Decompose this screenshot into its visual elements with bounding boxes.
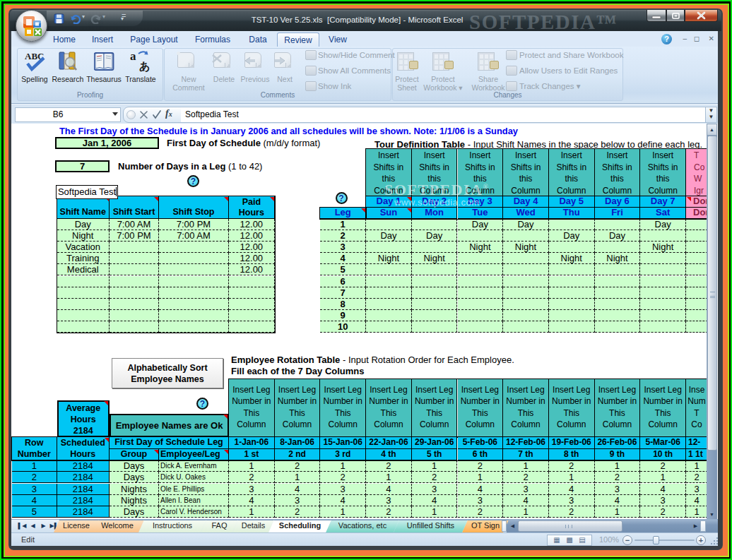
svg-text:あ: あ [139, 60, 150, 73]
svg-text:a: a [130, 49, 136, 63]
